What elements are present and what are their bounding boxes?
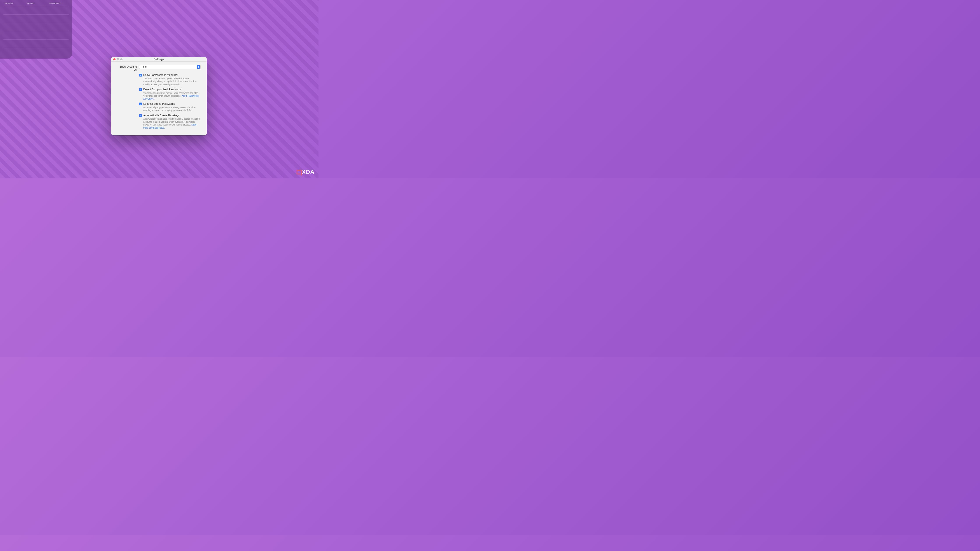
option-title: Automatically Create Passkeys bbox=[143, 114, 200, 118]
option-title: Show Passwords in Menu Bar bbox=[143, 73, 200, 77]
option-detect-compromised: ✓ Detect Compromised Passwords Your Mac … bbox=[139, 88, 200, 100]
window-title: Settings bbox=[154, 58, 164, 61]
minimize-button[interactable] bbox=[117, 58, 119, 60]
option-suggest-strong-passwords: ✓ Suggest Strong Passwords Automatically… bbox=[139, 102, 200, 112]
window-titlebar[interactable]: Settings bbox=[111, 57, 207, 62]
chevron-up-down-icon: ▴▾ bbox=[197, 65, 200, 69]
day-header-saturday: SATURDAY bbox=[48, 2, 69, 5]
checkbox-detect-compromised[interactable]: ✓ bbox=[139, 88, 142, 91]
day-header-thursday: URSDAY bbox=[3, 2, 24, 5]
option-description: Your Mac can privately monitor your pass… bbox=[143, 92, 200, 100]
day-header-friday: FRIDAY bbox=[25, 2, 46, 5]
show-accounts-value: Titles bbox=[141, 65, 147, 68]
xda-watermark: XDA bbox=[297, 168, 315, 175]
xda-logo-icon bbox=[297, 170, 301, 174]
show-accounts-select[interactable]: Titles ▴▾ bbox=[139, 65, 200, 69]
close-button[interactable] bbox=[113, 58, 116, 60]
checkbox-show-passwords-menu-bar[interactable]: ✓ bbox=[139, 74, 142, 76]
option-show-passwords-menu-bar: ✓ Show Passwords in Menu Bar The menu ba… bbox=[139, 73, 200, 86]
option-auto-create-passkeys: ✓ Automatically Create Passkeys Allow we… bbox=[139, 114, 200, 129]
traffic-lights bbox=[113, 58, 123, 60]
option-description: Allow websites and apps to automatically… bbox=[143, 118, 200, 129]
checkbox-auto-passkeys[interactable]: ✓ bbox=[139, 114, 142, 117]
maximize-button[interactable] bbox=[120, 58, 123, 60]
option-title: Suggest Strong Passwords bbox=[143, 102, 200, 106]
show-accounts-label: Show accounts as: bbox=[117, 65, 139, 71]
settings-window: Settings Show accounts as: Titles ▴▾ ✓ S… bbox=[111, 57, 207, 135]
settings-content: Show accounts as: Titles ▴▾ ✓ Show Passw… bbox=[111, 62, 207, 135]
option-description: Automatically suggest unique, strong pas… bbox=[143, 106, 200, 112]
calendar-day-headers: URSDAY FRIDAY SATURDAY bbox=[3, 2, 69, 5]
calendar-grid bbox=[3, 6, 69, 56]
option-description: The menu bar item will open in the backg… bbox=[143, 77, 200, 86]
checkbox-suggest-strong[interactable]: ✓ bbox=[139, 103, 142, 105]
option-title: Detect Compromised Passwords bbox=[143, 88, 200, 91]
xda-logo-text: XDA bbox=[302, 168, 315, 175]
calendar-widget: URSDAY FRIDAY SATURDAY bbox=[0, 0, 72, 59]
